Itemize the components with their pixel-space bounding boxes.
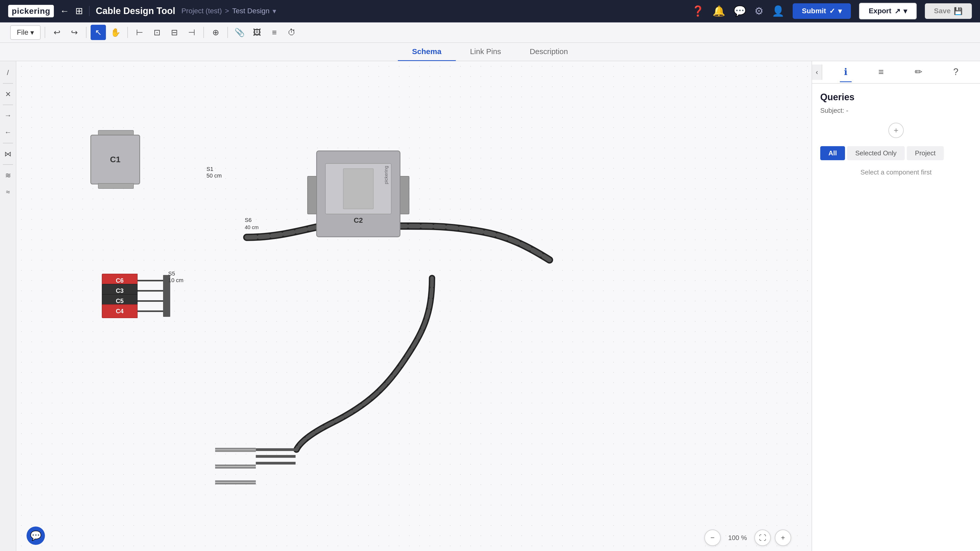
sidebar-separator-3 [3, 143, 13, 143]
export-label: Export [869, 7, 891, 15]
c5-label: C5 [116, 297, 124, 305]
c3-label: C3 [116, 287, 124, 294]
submit-chevron-icon: ▾ [838, 7, 842, 15]
close-icon[interactable]: ✕ [2, 88, 14, 100]
logo[interactable]: pickering [8, 5, 54, 17]
query-tab-selected-only[interactable]: Selected Only [847, 146, 905, 160]
panel-title: Queries [820, 92, 972, 103]
draw-line-tool[interactable]: / [2, 66, 14, 79]
subject-value: - [846, 106, 848, 114]
layers-icon[interactable]: ≡ [267, 25, 282, 40]
canvas[interactable]: C1 pickering C2 [16, 61, 811, 551]
panel-tab-settings[interactable]: ≡ [874, 62, 888, 82]
branch-icon[interactable]: ⋈ [2, 148, 14, 160]
submit-check-icon: ✓ [829, 7, 835, 15]
toolbar-separator-5 [228, 27, 228, 38]
toolbar-separator-1 [45, 27, 45, 38]
align-left-button[interactable]: ⊢ [132, 25, 147, 40]
cable-s6-label: S6 [245, 217, 251, 224]
save-disk-icon: 💾 [954, 7, 963, 15]
submit-label: Submit [802, 7, 826, 15]
query-tab-all[interactable]: All [820, 146, 845, 160]
tab-link-pins[interactable]: Link Pins [456, 43, 515, 61]
pan-tool-button[interactable]: ✋ [108, 25, 123, 40]
toolbar-separator-4 [204, 27, 204, 38]
c2-label: C2 [354, 216, 363, 224]
query-tab-project[interactable]: Project [907, 146, 944, 160]
panel-tab-info[interactable]: ℹ [840, 62, 852, 82]
sidebar-separator-4 [3, 164, 13, 165]
distribute-button[interactable]: ⊟ [167, 25, 182, 40]
tabbar: Schema Link Pins Description [0, 43, 980, 61]
bottom-bar: − 100 % ⛶ + [704, 530, 791, 546]
grid-button[interactable]: ⊞ [75, 6, 83, 16]
panel-collapse-button[interactable]: ‹ [812, 65, 822, 80]
toolbar-separator-3 [127, 27, 128, 38]
arrow-left-icon[interactable]: ← [2, 126, 14, 139]
component-c2[interactable]: pickering C2 [307, 151, 409, 240]
breadcrumb-separator: > [225, 7, 229, 15]
breadcrumb: Project (test) > Test Design ▾ [181, 7, 276, 15]
cable-s5-label: S5 10 cm [168, 270, 183, 284]
align-right-button[interactable]: ⊣ [184, 25, 199, 40]
breadcrumb-chevron-icon: ▾ [272, 7, 276, 15]
sidebar-separator-2 [3, 105, 13, 105]
undo-button[interactable]: ↩ [49, 25, 65, 40]
component-c1[interactable]: C1 [90, 130, 142, 189]
cable-s1-label: S1 50 cm [207, 166, 222, 179]
back-button[interactable]: ← [60, 6, 69, 16]
panel-header: ‹ ℹ ≡ ✏ ? [812, 61, 980, 84]
file-label: File [17, 28, 28, 37]
arrow-right-icon[interactable]: → [2, 109, 14, 122]
panel-tabs: ℹ ≡ ✏ ? [822, 62, 980, 82]
tab-description[interactable]: Description [515, 43, 582, 61]
align-tool-button[interactable]: ⊡ [149, 25, 165, 40]
panel-hint: Select a component first [820, 168, 972, 176]
topbar: pickering ← ⊞ Cable Design Tool Project … [0, 0, 980, 22]
breadcrumb-design[interactable]: Test Design [232, 7, 269, 15]
zoom-level: 100 % [725, 534, 750, 542]
redo-button[interactable]: ↪ [67, 25, 82, 40]
bundle-icon[interactable]: ≋ [2, 169, 14, 182]
fullscreen-button[interactable]: ⛶ [754, 530, 771, 546]
component-c4[interactable]: C4 [102, 304, 170, 318]
select-tool-button[interactable]: ↖ [91, 25, 106, 40]
file-chevron-icon: ▾ [30, 28, 34, 37]
main-area: / ✕ → ← ⋈ ≋ ≈ [0, 61, 980, 551]
help-icon[interactable]: ❓ [692, 5, 704, 17]
chat-icon[interactable]: 💬 [733, 5, 746, 17]
subject-label: Subject: [820, 106, 844, 114]
export-chevron-icon: ▾ [904, 7, 907, 15]
c6-label: C6 [116, 277, 124, 284]
gear-icon[interactable]: ⚙ [754, 5, 764, 17]
export-arrow-icon: ↗ [894, 7, 900, 15]
bell-icon[interactable]: 🔔 [713, 5, 725, 17]
chat-bottom-icon[interactable]: 💬 [27, 527, 45, 545]
export-button[interactable]: Export ↗ ▾ [859, 3, 917, 19]
user-icon[interactable]: 👤 [772, 5, 784, 17]
zoom-out-button[interactable]: − [704, 530, 721, 546]
nav-separator [89, 6, 89, 16]
history-icon[interactable]: ⏱ [284, 25, 299, 40]
image-icon[interactable]: 🖼 [249, 25, 265, 40]
file-menu-button[interactable]: File ▾ [10, 25, 41, 40]
c4-label: C4 [116, 308, 124, 315]
sidebar-separator-1 [3, 83, 13, 84]
panel-tab-help[interactable]: ? [949, 62, 963, 82]
tab-schema[interactable]: Schema [398, 43, 456, 61]
cable-s6-sublabel: 40 cm [245, 224, 259, 230]
clip-icon[interactable]: 📎 [232, 25, 247, 40]
wave-icon[interactable]: ≈ [2, 186, 14, 198]
query-tabs: All Selected Only Project [820, 146, 972, 160]
panel-subject: Subject: - [820, 106, 972, 114]
submit-button[interactable]: Submit ✓ ▾ [793, 3, 851, 19]
zoom-in-button[interactable]: + [775, 530, 791, 546]
panel-tab-edit[interactable]: ✏ [911, 62, 926, 82]
left-sidebar: / ✕ → ← ⋈ ≋ ≈ [0, 61, 16, 551]
breadcrumb-project[interactable]: Project (test) [181, 7, 222, 15]
component-button[interactable]: ⊕ [208, 25, 223, 40]
panel-content: Queries Subject: - + All Selected Only P… [812, 84, 980, 551]
save-button[interactable]: Save 💾 [925, 3, 972, 19]
add-query-button[interactable]: + [888, 123, 904, 138]
toolbar: File ▾ ↩ ↪ ↖ ✋ ⊢ ⊡ ⊟ ⊣ ⊕ 📎 🖼 ≡ ⏱ [0, 22, 980, 43]
